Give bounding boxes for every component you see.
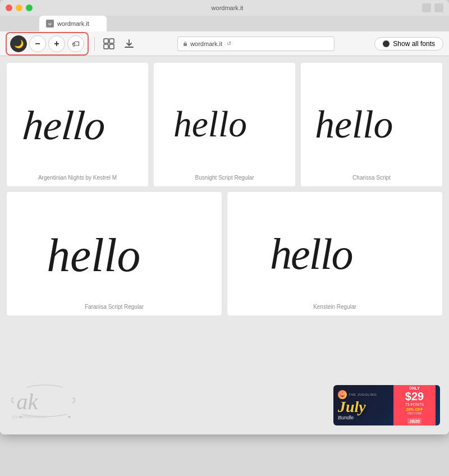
font-name-0: Argentinian Nights by Kestrel M <box>38 175 117 181</box>
minus-icon: − <box>35 39 40 49</box>
ad-july-text: July <box>338 399 390 415</box>
svg-rect-1 <box>109 39 114 43</box>
tab-title: wordmark.it <box>57 20 89 27</box>
plus-icon: + <box>54 39 59 49</box>
bottom-row: hello Faranisa Script Regular hello Kens… <box>7 192 442 315</box>
hello-preview-4: hello <box>262 214 408 287</box>
font-card-1[interactable]: hello Busnight Script Regular <box>154 63 295 186</box>
ad-bundle-text: Bundle <box>338 415 390 420</box>
minimize-button[interactable] <box>16 4 22 11</box>
svg-text:hello: hello <box>173 104 247 144</box>
dark-mode-button[interactable]: 🌙 <box>10 35 27 52</box>
toolbar: 🌙 − + 🏷 <box>0 31 449 56</box>
url-bar-area: wordmark.it ↺ <box>141 36 371 51</box>
active-tab[interactable]: w wordmark.it <box>39 16 107 31</box>
url-text: wordmark.it <box>190 40 222 47</box>
title-bar: wordmark.it <box>0 0 449 16</box>
svg-point-12 <box>68 416 71 418</box>
svg-text:hello: hello <box>269 229 352 278</box>
browser-window: wordmark.it w wordmark.it 🌙 − + 🏷 <box>0 0 449 434</box>
svg-rect-3 <box>109 44 114 49</box>
show-all-fonts-label: Show all fonts <box>393 40 435 48</box>
svg-text:hello: hello <box>47 230 140 281</box>
tag-button[interactable]: 🏷 <box>67 35 84 52</box>
svg-text:ak: ak <box>16 389 38 414</box>
hello-preview-2: hello <box>310 90 433 152</box>
svg-text:hello: hello <box>21 103 107 148</box>
svg-rect-4 <box>184 43 187 46</box>
ad-off-text: 20% OFF <box>397 408 432 411</box>
watermark: ak @AnnaKateBartelsKA <box>11 382 79 423</box>
ad-code-label: USE CODE <box>397 411 432 415</box>
font-card-2[interactable]: hello Charissa Script <box>301 63 442 186</box>
hello-preview-3: hello <box>42 214 187 287</box>
grid-icon <box>103 38 114 49</box>
ad-banner[interactable]: 🎪 THE JUGGLING July Bundle ONLY $29 79 F… <box>333 385 440 425</box>
zoom-in-button[interactable]: + <box>48 35 65 52</box>
toggle-indicator <box>383 40 390 47</box>
font-card-0[interactable]: hello Argentinian Nights by Kestrel M <box>7 63 148 186</box>
font-grid: hello Argentinian Nights by Kestrel M he… <box>0 56 449 322</box>
font-preview-4: hello <box>232 201 438 299</box>
font-card-3[interactable]: hello Faranisa Script Regular <box>7 192 222 315</box>
ad-fonts-count: 79 FONTS <box>397 402 432 406</box>
tag-icon: 🏷 <box>72 39 80 48</box>
traffic-lights <box>6 4 33 11</box>
watermark-logo: ak @AnnaKateBartelsKA <box>11 382 79 421</box>
download-button[interactable] <box>121 35 138 52</box>
svg-rect-0 <box>104 39 108 43</box>
font-name-3: Faranisa Script Regular <box>85 304 144 310</box>
font-name-4: Kenstein Regular <box>313 304 356 310</box>
tab-favicon: w <box>46 20 54 28</box>
font-preview-1: hello <box>158 72 291 170</box>
download-icon <box>123 38 135 49</box>
footer-area: ak @AnnaKateBartelsKA 🎪 THE JUGGLING <box>0 322 449 434</box>
ad-only-label: ONLY <box>397 386 432 390</box>
svg-text:@AnnaKateBartelsKA: @AnnaKateBartelsKA <box>11 415 47 419</box>
ad-right-section: ONLY $29 79 FONTS 20% OFF USE CODE JB20 <box>393 385 436 425</box>
tab-bar: w wordmark.it <box>0 16 449 31</box>
lock-icon <box>182 41 188 47</box>
hello-preview-0: hello <box>16 90 139 152</box>
svg-text:hello: hello <box>315 103 393 146</box>
font-preview-2: hello <box>305 72 438 170</box>
toolbar-separator <box>94 37 95 51</box>
moon-icon: 🌙 <box>14 39 24 48</box>
hello-preview-1: hello <box>168 90 281 152</box>
fullscreen-icon[interactable] <box>434 3 443 12</box>
show-all-fonts-button[interactable]: Show all fonts <box>374 37 443 51</box>
ad-juggling-text: THE JUGGLING <box>349 393 377 396</box>
zoom-out-button[interactable]: − <box>29 35 46 52</box>
font-card-4[interactable]: hello Kenstein Regular <box>227 192 442 315</box>
ad-left-section: 🎪 THE JUGGLING July Bundle <box>338 390 390 420</box>
reload-icon[interactable]: ↺ <box>227 40 231 47</box>
ad-promo-code: JB20 <box>407 418 421 424</box>
toolbar-action-group: 🌙 − + 🏷 <box>6 32 89 56</box>
maximize-button[interactable] <box>26 4 33 11</box>
font-preview-3: hello <box>11 201 217 299</box>
share-icon[interactable] <box>422 3 431 12</box>
window-title: wordmark.it <box>212 4 244 11</box>
font-name-2: Charissa Script <box>352 175 391 181</box>
grid-view-button[interactable] <box>100 35 117 52</box>
font-name-1: Busnight Script Regular <box>195 175 254 181</box>
url-bar[interactable]: wordmark.it ↺ <box>177 36 335 51</box>
close-button[interactable] <box>6 4 12 11</box>
font-preview-0: hello <box>11 72 144 170</box>
ad-price: $29 <box>397 390 432 402</box>
svg-rect-2 <box>104 44 108 49</box>
